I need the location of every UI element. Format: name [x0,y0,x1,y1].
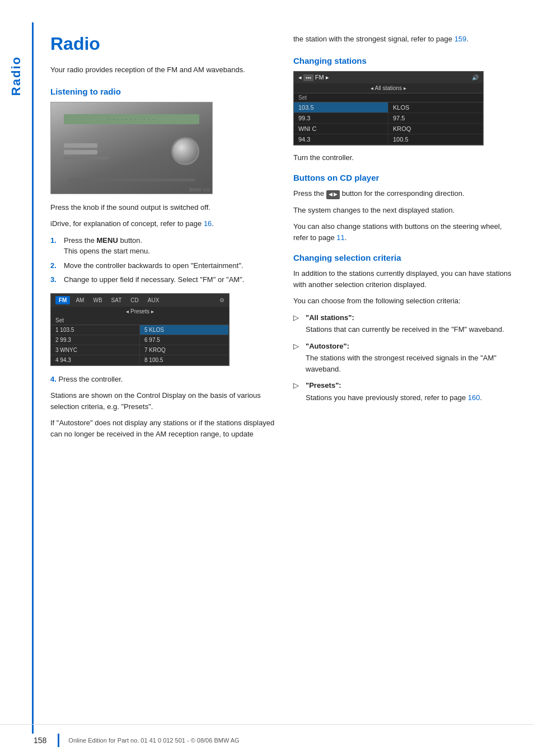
buttons-text-1: Press the ◀ ▶ button for the correspondi… [293,188,517,199]
step-1: 1. Press the MENU button. This opens the… [50,235,277,257]
changing-stations-heading: Changing stations [293,56,517,65]
intro-text: Your radio provides reception of the FM … [50,64,277,76]
turn-controller: Turn the controller. [293,152,517,163]
station-cell-right-1[interactable]: 103.5 [294,102,388,113]
radio-button-bar-1 [64,143,97,148]
station-presets-row: ◂ All stations ▸ [294,83,483,93]
main-content: Radio Your radio provides reception of t… [34,22,534,734]
station-cell-4[interactable]: 4 94.3 [51,355,140,365]
page-link-16[interactable]: 16 [204,219,212,228]
steps-list: 1. Press the MENU button. This opens the… [50,235,277,285]
radio-small-buttons [64,143,109,159]
station-header: ◂ ▪▪▪ FM ▸ 🔊 [294,72,483,83]
station-cell-2[interactable]: 2 99.3 [51,335,140,345]
station-cell-993-right[interactable]: 99.3 [294,113,388,124]
station-cell-975[interactable]: 6 97.5 [140,335,229,345]
fm-tab-row: FM AM WB SAT CD AUX ⚙ [51,294,229,307]
criteria-all-desc: Stations that can currently be received … [306,324,517,335]
fm-presets-label: ◂ Presets ▸ [126,308,153,314]
station-cell-1005-right[interactable]: 100.5 [388,134,483,145]
step-3: 3. Change to upper field if necessary. S… [50,274,277,285]
station-cell-wnic-right[interactable]: WNI C [294,124,388,134]
step-1-sub: This opens the start menu. [64,247,150,255]
fm-presets-row: ◂ Presets ▸ [51,307,229,316]
fm-tab-aux[interactable]: AUX [144,296,163,304]
criteria-presets-content: "Presets": Stations you have previously … [306,380,517,403]
page-link-11[interactable]: 11 [336,233,344,242]
radio-knob [171,137,199,165]
footer-text: Online Edition for Part no. 01 41 0 012 … [68,737,239,744]
instruction-2: iDrive, for explanation of concept, refe… [50,218,277,229]
right-column: the station with the strongest signal, r… [293,34,517,722]
sidebar: Radio [0,22,34,734]
radio-display-strip: · · · · · · · · · · · [64,114,199,124]
station-cell-klos-right[interactable]: KLOS [388,102,483,113]
listening-section-heading: Listening to radio [50,87,277,96]
fm-tab-am[interactable]: AM [72,296,87,304]
bullet-arrow-2: ▷ [293,341,301,375]
fm-station-grid: 1 103.5 5 KLOS 2 99.3 6 97.5 3 WNYC 7 KR… [51,325,229,365]
fm-set-row: Set [51,316,229,325]
sidebar-label: Radio [9,56,24,96]
fm-tab-cd[interactable]: CD [127,296,142,304]
fm-tab-wb[interactable]: WB [90,296,105,304]
station-header-left: ◂ ▪▪▪ FM ▸ [298,74,329,81]
left-column: Radio Your radio provides reception of t… [50,34,277,722]
criteria-item-presets: ▷ "Presets": Stations you have previousl… [293,380,517,403]
criteria-autostore-content: "Autostore": The stations with the stron… [306,341,517,375]
station-header-icon: 🔊 [472,74,479,81]
page-number: 158 [34,736,46,745]
step-1-number: 1. [50,235,59,257]
station-cell-kroq-right[interactable]: KROQ [388,124,483,134]
fm-tab-sat[interactable]: SAT [108,296,125,304]
step-2-number: 2. [50,260,59,271]
station-cell-3[interactable]: 3 WNYC [51,345,140,355]
fm-set-label: Set [55,317,64,323]
station-cell-1[interactable]: 1 103.5 [51,325,140,335]
fm-display-box: FM AM WB SAT CD AUX ⚙ ◂ Presets ▸ Set 1 … [50,293,229,366]
image-caption: BMW AG [189,187,210,192]
step-2-content: Move the controller backwards to open "E… [64,260,277,271]
criteria-all-label: "All stations": [306,313,354,322]
page-link-160[interactable]: 160 [468,393,480,402]
intro-right: the station with the strongest signal, r… [293,34,517,45]
radio-bottom-bar [68,179,195,181]
step-4-note-2: If "Autostore" does not display any stat… [50,417,277,439]
page-title: Radio [50,34,277,54]
buttons-section-heading: Buttons on CD player [293,173,517,182]
page-link-159[interactable]: 159 [455,35,467,43]
step-3-number: 3. [50,274,59,285]
station-cell-975-right[interactable]: 97.5 [388,113,483,124]
radio-image: · · · · · · · · · · · BMW AG [50,102,213,194]
selection-intro-2: You can choose from the following select… [293,295,517,307]
radio-button-bar-3 [64,157,109,159]
station-cell-kroq[interactable]: 7 KROQ [140,345,229,355]
station-set-label: Set [298,95,307,101]
footer-divider [58,734,59,747]
station-cell-1005[interactable]: 8 100.5 [140,355,229,365]
criteria-all-content: "All stations": Stations that can curren… [306,312,517,335]
criteria-item-autostore: ▷ "Autostore": The stations with the str… [293,341,517,375]
intro-right-text: the station with the strongest signal, r… [293,35,455,43]
selection-criteria-list: ▷ "All stations": Stations that can curr… [293,312,517,403]
radio-controls-row [64,137,199,165]
footer: 158 Online Edition for Part no. 01 41 0 … [0,724,534,756]
step-4-text: Press the controller. [58,375,123,383]
arrow-button-icon: ◀ ▶ [326,190,340,199]
station-grid: 103.5 KLOS 99.3 97.5 WNI C KROQ 94.3 100… [294,102,483,145]
station-cell-klos[interactable]: 5 KLOS [140,325,229,335]
buttons-text-2: The system changes to the next displayed… [293,205,517,216]
bullet-arrow-3: ▷ [293,380,301,403]
fm-tab-active[interactable]: FM [55,296,70,304]
step-2: 2. Move the controller backwards to open… [50,260,277,271]
station-display-box: ◂ ▪▪▪ FM ▸ 🔊 ◂ All stations ▸ Set 103.5 … [293,71,484,145]
menu-bold: MENU [97,236,118,245]
step-3-content: Change to upper field if necessary. Sele… [64,274,277,285]
step-4-number: 4. [50,375,57,383]
station-cell-943-right[interactable]: 94.3 [294,134,388,145]
step-4: 4. Press the controller. [50,374,277,385]
fm-icon: ⚙ [219,297,224,303]
buttons-text-3: You can also change stations with button… [293,221,517,243]
bullet-arrow-1: ▷ [293,312,301,335]
selection-intro-1: In addition to the stations currently di… [293,268,517,290]
